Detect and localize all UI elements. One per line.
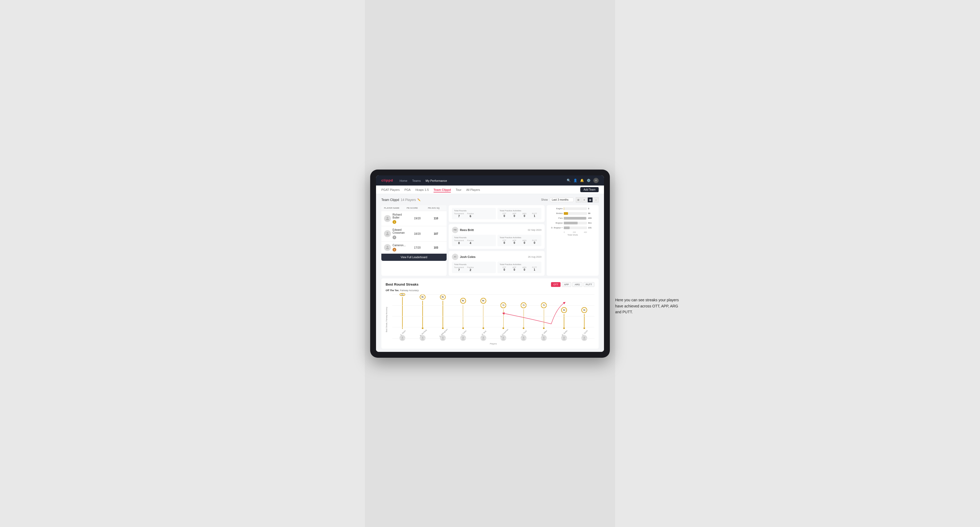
filter-arg[interactable]: ARG: [572, 282, 582, 287]
bar-row: D. Bogeys +131: [549, 227, 596, 229]
tournament-item: Tournament 7: [454, 267, 464, 271]
player-card: Total Rounds Tournament 7 Practice: [449, 205, 545, 222]
rees-britt-card: RB Rees Britt 02 Sep 2023 Total Rounds: [449, 224, 545, 249]
total-rounds-label: Total Rounds: [454, 210, 494, 212]
list-view-btn[interactable]: ≡: [582, 197, 587, 203]
practice-item: Practice 2: [467, 267, 474, 271]
bar-row: Eagles3: [549, 207, 596, 210]
total-practice-box: Total Practice Activities OTT 0 APP: [498, 208, 541, 219]
show-label: Show: [541, 198, 548, 201]
total-practice-label: Total Practice Activities: [500, 210, 539, 212]
bar-label: Bogeys: [549, 222, 563, 224]
subnav-pgat[interactable]: PGAT Players: [381, 188, 400, 192]
filter-ott[interactable]: OTT: [551, 282, 561, 287]
subnav-pga[interactable]: PGA: [404, 188, 410, 192]
avatar: [384, 215, 391, 222]
add-team-button[interactable]: Add Team: [580, 187, 599, 192]
subnav: PGAT Players PGA Hcaps 1-5 Team Clippd T…: [376, 186, 604, 194]
subnav-all-players[interactable]: All Players: [466, 188, 480, 192]
pb-score: 19/20: [407, 217, 428, 220]
settings-icon[interactable]: ⚙️: [587, 179, 591, 182]
streak-dot: [543, 327, 545, 329]
bar-value: 96: [588, 212, 596, 214]
annotation: Here you can see streaks your players ha…: [615, 297, 684, 315]
view-full-leaderboard-button[interactable]: View Full Leaderboard: [381, 254, 447, 261]
content-header: Team Clippd 14 Players ✏️ Show Last 3 mo…: [381, 197, 599, 203]
table-view-btn[interactable]: ↕: [593, 197, 599, 203]
x-axis-label: Players: [392, 343, 594, 345]
putt-col: PUTT 1: [530, 267, 539, 271]
search-icon[interactable]: 🔍: [567, 179, 571, 182]
svg-point-2: [387, 246, 388, 248]
total-rounds-box: Total Rounds Tournament 7 Practice: [452, 262, 496, 273]
streaks-title: Best Round Streaks: [386, 283, 418, 286]
total-rounds-box: Total Rounds Tournament 7 Practice: [452, 208, 496, 219]
putt-col: PUTT 0: [530, 240, 539, 244]
bar-label: Eagles: [549, 207, 563, 210]
streak-avatar-wrapper: [412, 335, 433, 341]
svg-point-10: [543, 337, 545, 338]
avatar: [384, 230, 391, 237]
streak-avatar-wrapper: [554, 335, 574, 341]
bar-value: 131: [588, 227, 596, 229]
tournament-item: Tournament 8: [454, 240, 464, 244]
bar-track: [564, 227, 587, 229]
streak-avatar-wrapper: [514, 335, 534, 341]
arg-col: ARG 0: [520, 240, 530, 244]
bell-icon[interactable]: 🔔: [580, 179, 584, 182]
bar-value: 311: [588, 222, 596, 224]
period-select[interactable]: Last 3 months Last 6 months Last year: [550, 197, 574, 202]
svg-point-4: [422, 337, 423, 338]
subnav-team-clippd[interactable]: Team Clippd: [434, 188, 451, 192]
middle-cards: Total Rounds Tournament 7 Practice: [449, 205, 545, 276]
bar-track: [564, 212, 587, 215]
subnav-tour[interactable]: Tour: [456, 188, 461, 192]
grid-view-btn[interactable]: ⊞: [576, 197, 581, 203]
streak-line: [564, 314, 564, 327]
streak-avatar-wrapper: [574, 335, 594, 341]
nav-my-performance[interactable]: My Performance: [426, 179, 447, 182]
streak-line: [442, 301, 443, 327]
streaks-filters: OTT APP ARG PUTT: [551, 282, 594, 287]
bar-row: Bogeys311: [549, 222, 596, 224]
player-info: Richard Butler 1: [384, 213, 407, 224]
streak-line: [503, 309, 504, 327]
view-controls: Show Last 3 months Last 6 months Last ye…: [541, 197, 599, 203]
streak-col: 4x: [534, 294, 554, 329]
user-icon[interactable]: 👤: [573, 179, 578, 182]
svg-point-0: [387, 217, 388, 219]
player-card-header: JC Josh Coles 26 Aug 2023: [452, 254, 541, 260]
nav-home[interactable]: Home: [399, 179, 407, 182]
team-name: Team Clippd: [381, 198, 399, 202]
tournament-rounds: Tournament 7: [454, 213, 464, 218]
subnav-hcaps[interactable]: Hcaps 1-5: [415, 188, 429, 192]
avatar[interactable]: U: [593, 178, 599, 183]
bar-fill: [564, 212, 568, 215]
player-card-name: Rees Britt: [460, 229, 474, 232]
card-view-btn[interactable]: ▦: [587, 197, 593, 203]
bar-value: 3: [588, 207, 596, 210]
streak-col: 5x: [453, 294, 473, 329]
streak-line: [483, 305, 484, 327]
streak-line: [523, 309, 524, 327]
streak-bubble: 3x: [581, 307, 587, 313]
leaderboard-header: PLAYER NAME PB SCORE PB AVG SQ: [381, 205, 447, 211]
streak-col: 4x: [514, 294, 534, 329]
content-grid: PLAYER NAME PB SCORE PB AVG SQ: [381, 205, 599, 276]
nav-teams[interactable]: Teams: [412, 179, 421, 182]
streak-dot: [462, 327, 464, 329]
filter-app[interactable]: APP: [562, 282, 571, 287]
bar-track: [564, 222, 587, 224]
pb-avg: 103: [428, 246, 444, 249]
main-content: Team Clippd 14 Players ✏️ Show Last 3 mo…: [376, 194, 604, 352]
player-count: 14 Players: [401, 198, 416, 202]
svg-point-6: [462, 337, 464, 338]
streaks-header: Best Round Streaks OTT APP ARG PUTT: [386, 282, 594, 287]
streak-avatar-wrapper: [493, 335, 514, 341]
player-card-date: 02 Sep 2023: [528, 229, 541, 231]
edit-icon[interactable]: ✏️: [417, 198, 420, 201]
filter-putt[interactable]: PUTT: [584, 282, 595, 287]
rank-badge: 3: [393, 248, 396, 252]
streak-bubble: 5x: [480, 298, 486, 304]
streak-line: [402, 297, 402, 329]
